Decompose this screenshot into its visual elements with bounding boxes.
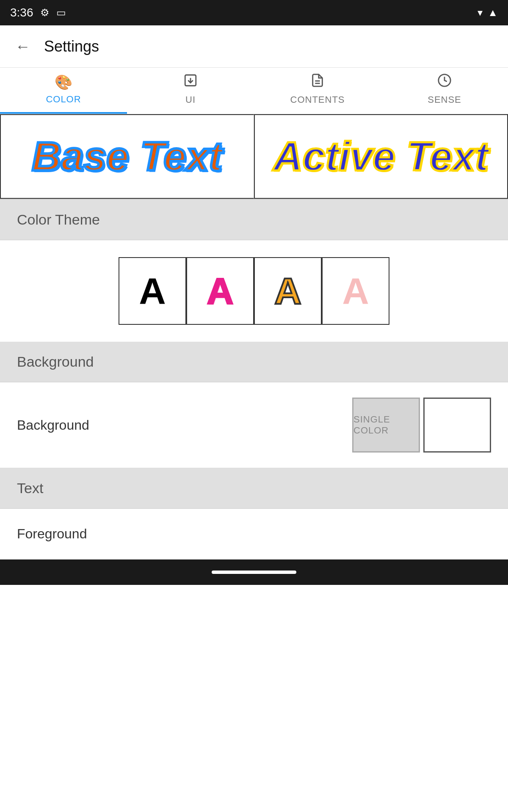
theme-option-plain[interactable]: A [119, 257, 186, 325]
foreground-label: Foreground [17, 526, 87, 542]
theme-a-gold-icon: A [274, 269, 301, 313]
status-right: ▾ ▲ [478, 7, 498, 19]
text-section: Text Foreground [0, 468, 508, 560]
background-header: Background [0, 342, 508, 382]
color-theme-section: Color Theme A A A A [0, 200, 508, 342]
theme-selector: A A A A [0, 240, 508, 342]
status-time: 3:36 [10, 6, 33, 19]
theme-a-plain-icon: A [139, 269, 166, 313]
tab-sense[interactable]: SENSE [381, 68, 508, 114]
tab-ui[interactable]: UI [127, 68, 254, 114]
sense-tab-label: SENSE [428, 94, 461, 105]
sim-icon: ▭ [56, 7, 66, 19]
background-row: Background SINGLE COLOR [0, 382, 508, 468]
single-color-option[interactable]: SINGLE COLOR [352, 398, 420, 453]
white-background-option[interactable] [423, 398, 491, 453]
tab-bar: 🎨 COLOR UI CONTENTS SENSE [0, 68, 508, 114]
color-tab-icon: 🎨 [55, 74, 72, 91]
bottom-bar [0, 560, 508, 585]
tab-contents[interactable]: CONTENTS [254, 68, 381, 114]
home-indicator [212, 571, 296, 574]
theme-option-faded[interactable]: A [322, 257, 389, 325]
color-theme-header: Color Theme [0, 200, 508, 240]
page-title: Settings [44, 38, 99, 55]
base-text-display: Base Text [32, 133, 222, 180]
active-text-display: Active Text [273, 133, 489, 180]
foreground-row: Foreground [0, 509, 508, 560]
preview-area: Base Text Active Text [0, 114, 508, 200]
contents-tab-icon [310, 73, 325, 91]
settings-icon: ⚙ [40, 7, 50, 19]
color-tab-label: COLOR [46, 94, 81, 105]
background-section: Background Background SINGLE COLOR [0, 342, 508, 468]
theme-a-pink-icon: A [207, 269, 234, 313]
contents-tab-label: CONTENTS [290, 94, 345, 105]
text-section-header: Text [0, 468, 508, 508]
background-options: SINGLE COLOR [352, 398, 491, 453]
sense-tab-icon [437, 73, 452, 91]
ui-tab-icon [183, 73, 198, 91]
back-button[interactable]: ← [12, 34, 34, 59]
signal-icon: ▲ [488, 7, 498, 19]
theme-option-gold[interactable]: A [254, 257, 322, 325]
tab-color[interactable]: 🎨 COLOR [0, 68, 127, 114]
theme-a-faded-icon: A [342, 269, 369, 313]
background-row-label: Background [17, 417, 89, 433]
theme-option-pink[interactable]: A [186, 257, 254, 325]
header: ← Settings [0, 25, 508, 68]
base-text-preview[interactable]: Base Text [0, 114, 254, 199]
wifi-icon: ▾ [478, 7, 483, 19]
active-text-preview[interactable]: Active Text [254, 114, 508, 199]
status-bar: 3:36 ⚙ ▭ ▾ ▲ [0, 0, 508, 25]
ui-tab-label: UI [185, 94, 196, 105]
status-left: 3:36 ⚙ ▭ [10, 6, 66, 19]
